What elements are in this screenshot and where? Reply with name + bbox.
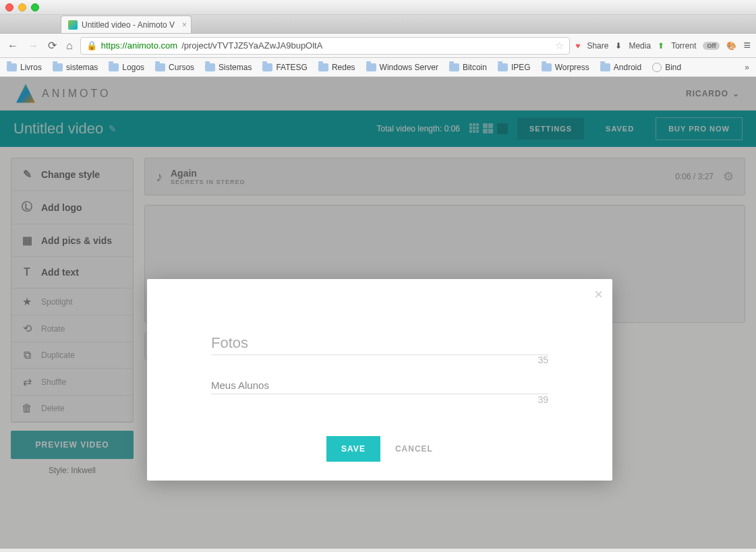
browser-tab[interactable]: Untitled video - Animoto V ×: [61, 16, 192, 33]
folder-icon: [449, 63, 459, 71]
zoom-window-button[interactable]: [31, 3, 39, 11]
heart-icon[interactable]: ♥: [575, 41, 580, 51]
folder-icon: [155, 63, 165, 71]
lock-icon: 🔒: [86, 40, 97, 51]
bookmark-folder[interactable]: sistemas: [53, 63, 98, 72]
folder-icon: [600, 63, 610, 71]
bookmark-folder[interactable]: Cursos: [155, 63, 194, 72]
favicon-icon: [68, 20, 78, 30]
subtitle-counter: 39: [537, 394, 548, 405]
bookmark-folder[interactable]: Bitcoin: [449, 63, 487, 72]
extension-area: ♥ Share ⬇ Media ⬆ Torrent Off 🎨 ≡: [575, 38, 751, 53]
bookmarks-overflow-icon[interactable]: »: [745, 63, 749, 72]
text-edit-modal: × 35 39 SAVE CANCEL: [147, 279, 612, 481]
cancel-button[interactable]: CANCEL: [395, 444, 433, 454]
save-button[interactable]: SAVE: [326, 436, 380, 462]
mac-titlebar: [0, 0, 756, 15]
title-field-wrapper: 35: [211, 332, 548, 355]
close-tab-icon[interactable]: ×: [182, 20, 187, 30]
bookmarks-bar: Livros sistemas Logos Cursos Sistemas FA…: [0, 58, 756, 77]
home-icon[interactable]: ⌂: [64, 40, 75, 52]
torrent-icon[interactable]: ⬆: [658, 41, 664, 51]
app-area: ANIMOTO RICARDO ⌄ Untitled video ✎ Total…: [0, 77, 756, 549]
menu-icon[interactable]: ≡: [743, 38, 751, 53]
title-counter: 35: [537, 355, 548, 365]
title-input[interactable]: [211, 332, 548, 355]
address-bar[interactable]: 🔒 https://animoto.com/project/vTVTJZ5YaA…: [80, 37, 571, 55]
url-host: https://animoto.com: [101, 40, 177, 51]
back-icon[interactable]: ←: [5, 40, 20, 52]
bookmark-folder[interactable]: Worpress: [542, 63, 589, 72]
off-pill[interactable]: Off: [703, 42, 720, 50]
bookmark-folder[interactable]: Sistemas: [205, 63, 252, 72]
bookmark-star-icon[interactable]: ☆: [555, 40, 564, 52]
subtitle-input[interactable]: [211, 377, 548, 394]
folder-icon: [498, 63, 508, 71]
minimize-window-button[interactable]: [18, 3, 26, 11]
close-modal-icon[interactable]: ×: [594, 286, 603, 303]
bookmark-folder[interactable]: FATESG: [262, 63, 307, 72]
bookmark-link[interactable]: Bind: [652, 63, 681, 72]
share-label[interactable]: Share: [587, 41, 608, 51]
bookmark-folder[interactable]: IPEG: [498, 63, 531, 72]
reload-icon[interactable]: ⟳: [46, 39, 59, 52]
extension-color-icon[interactable]: 🎨: [726, 41, 736, 51]
url-path: /project/vTVTJZ5YaAZwJA9bupOltA: [181, 40, 322, 51]
torrent-label[interactable]: Torrent: [671, 41, 696, 51]
browser-tab-strip: Untitled video - Animoto V ×: [0, 15, 756, 34]
folder-icon: [318, 63, 328, 71]
bookmark-folder[interactable]: Livros: [7, 63, 42, 72]
bookmark-folder[interactable]: Redes: [318, 63, 355, 72]
forward-icon[interactable]: →: [26, 40, 40, 52]
bookmark-folder[interactable]: Windows Server: [366, 63, 438, 72]
folder-icon: [262, 63, 272, 71]
close-window-button[interactable]: [5, 3, 13, 11]
media-icon[interactable]: ⬇: [615, 41, 622, 51]
folder-icon: [366, 63, 376, 71]
folder-icon: [205, 63, 215, 71]
subtitle-field-wrapper: 39: [211, 377, 548, 394]
folder-icon: [542, 63, 552, 71]
folder-icon: [109, 63, 119, 71]
folder-icon: [53, 63, 63, 71]
media-label[interactable]: Media: [629, 41, 651, 51]
folder-icon: [7, 63, 17, 71]
bookmark-folder[interactable]: Android: [600, 63, 641, 72]
globe-icon: [652, 63, 662, 72]
tab-title: Untitled video - Animoto V: [82, 20, 175, 30]
browser-toolbar: ← → ⟳ ⌂ 🔒 https://animoto.com/project/vT…: [0, 34, 756, 58]
bookmark-folder[interactable]: Logos: [109, 63, 144, 72]
